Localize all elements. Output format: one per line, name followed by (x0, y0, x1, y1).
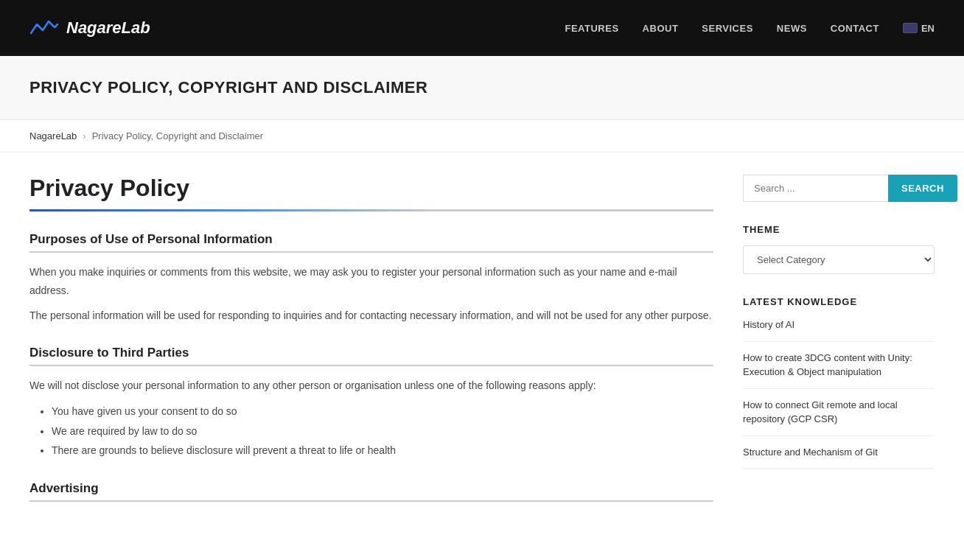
knowledge-item-2: How to connect Git remote and local repo… (743, 389, 935, 436)
page-title: PRIVACY POLICY, COPYRIGHT AND DISCLAIMER (29, 78, 935, 97)
knowledge-list: History of AI How to create 3DCG content… (743, 318, 935, 469)
logo-link[interactable]: NagareLab (29, 17, 150, 39)
search-form: SEARCH (743, 175, 935, 202)
knowledge-link-0[interactable]: History of AI (743, 319, 794, 330)
breadcrumb-home[interactable]: NagareLab (29, 130, 77, 141)
sidebar: SEARCH THEME Select CategoryGitUnityAI L… (743, 175, 935, 502)
lang-selector[interactable]: EN (903, 23, 935, 34)
page-title-bar: PRIVACY POLICY, COPYRIGHT AND DISCLAIMER (0, 56, 964, 120)
content-list-1: You have given us your consent to do so … (29, 402, 713, 461)
flag-icon (903, 23, 918, 33)
theme-widget: THEME Select CategoryGitUnityAI (743, 224, 935, 274)
theme-widget-title: THEME (743, 224, 935, 235)
latest-knowledge-title: LATEST KNOWLEDGE (743, 296, 935, 307)
nav-contact[interactable]: CONTACT (831, 23, 879, 34)
content-para-0-0: When you make inquiries or comments from… (29, 263, 713, 299)
list-item-0: You have given us your consent to do so (52, 402, 713, 421)
breadcrumb-current: Privacy Policy, Copyright and Disclaimer (92, 130, 263, 141)
main-layout: Privacy Policy Purposes of Use of Person… (0, 153, 964, 524)
nav-services[interactable]: SERVICES (702, 23, 753, 34)
nav-features[interactable]: FEATURES (565, 23, 619, 34)
content-main-heading: Privacy Policy (29, 175, 713, 211)
knowledge-item-0: History of AI (743, 318, 935, 342)
content-para-0-1: The personal information will be used fo… (29, 307, 713, 325)
knowledge-link-3[interactable]: Structure and Mechanism of Git (743, 447, 878, 458)
category-select[interactable]: Select CategoryGitUnityAI (743, 245, 935, 274)
breadcrumb-separator: › (83, 130, 85, 141)
knowledge-item-1: How to create 3DCG content with Unity: E… (743, 342, 935, 389)
content-area: Privacy Policy Purposes of Use of Person… (29, 175, 713, 502)
search-widget: SEARCH (743, 175, 935, 202)
section-heading-1: Disclosure to Third Parties (29, 346, 713, 366)
section-heading-0: Purposes of Use of Personal Information (29, 232, 713, 253)
main-nav: FEATURES ABOUT SERVICES NEWS CONTACT EN (565, 23, 935, 34)
nav-about[interactable]: ABOUT (643, 23, 679, 34)
site-header: NagareLab FEATURES ABOUT SERVICES NEWS C… (0, 0, 964, 56)
knowledge-link-1[interactable]: How to create 3DCG content with Unity: E… (743, 352, 912, 378)
lang-label: EN (921, 23, 935, 34)
logo-icon (29, 17, 59, 39)
list-item-2: There are grounds to believe disclosure … (52, 441, 713, 461)
advertising-heading: Advertising (29, 481, 713, 502)
search-button[interactable]: SEARCH (888, 175, 957, 202)
latest-knowledge-widget: LATEST KNOWLEDGE History of AI How to cr… (743, 296, 935, 469)
search-input[interactable] (743, 175, 888, 202)
nav-news[interactable]: NEWS (777, 23, 807, 34)
logo-text: NagareLab (66, 18, 150, 38)
knowledge-link-2[interactable]: How to connect Git remote and local repo… (743, 399, 898, 425)
breadcrumb: NagareLab › Privacy Policy, Copyright an… (0, 120, 964, 153)
knowledge-item-3: Structure and Mechanism of Git (743, 436, 935, 469)
list-item-1: We are required by law to do so (52, 421, 713, 441)
content-para-1-0: We will not disclose your personal infor… (29, 377, 713, 395)
